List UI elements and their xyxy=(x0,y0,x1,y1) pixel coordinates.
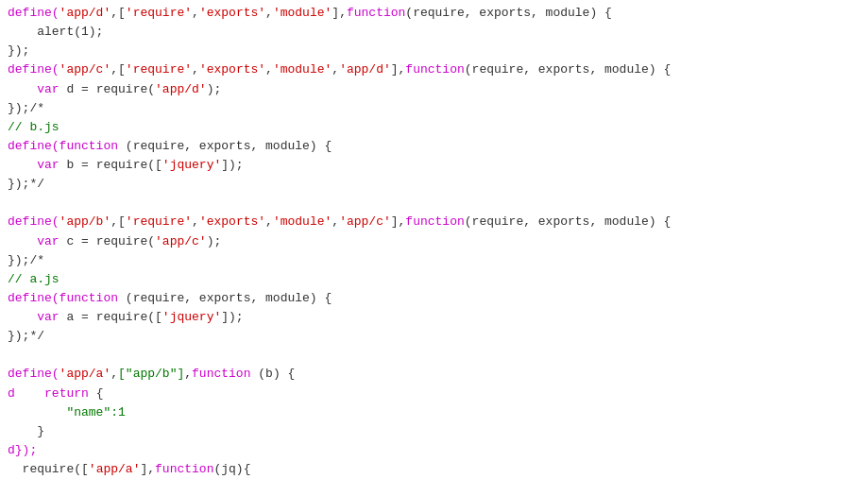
code-line: });/* xyxy=(0,99,868,118)
code-editor: define('app/d',['require','exports','mod… xyxy=(0,0,868,479)
code-line: define(function (require, exports, modul… xyxy=(0,137,868,156)
code-line: });*/ xyxy=(0,327,868,346)
code-line: // a.js xyxy=(0,270,868,289)
code-line: }); xyxy=(0,42,868,60)
code-line xyxy=(0,346,868,365)
code-line: } xyxy=(0,422,868,441)
code-line: var c = require('app/c'); xyxy=(0,232,868,251)
code-line: var b = require(['jquery']); xyxy=(0,156,868,175)
code-line: });*/ xyxy=(0,175,868,194)
code-line: define('app/b',['require','exports','mod… xyxy=(0,213,868,231)
code-line: define(function (require, exports, modul… xyxy=(0,289,868,308)
code-line: "name":1 xyxy=(0,403,868,422)
code-line: var a = require(['jquery']); xyxy=(0,308,868,327)
code-line: alert(1); xyxy=(0,23,868,42)
code-line: // b.js xyxy=(0,118,868,137)
code-line: define('app/c',['require','exports','mod… xyxy=(0,60,868,79)
code-content: define('app/d',['require','exports','mod… xyxy=(0,0,868,479)
code-line: var d = require('app/d'); xyxy=(0,80,868,99)
code-line: define('app/a',["app/b"],function (b) { xyxy=(0,365,868,384)
code-line: });/* xyxy=(0,251,868,270)
code-line: d}); xyxy=(0,441,868,460)
code-line: define('app/d',['require','exports','mod… xyxy=(0,4,868,23)
code-line xyxy=(0,194,868,213)
code-line: require(['app/a'],function(jq){ xyxy=(0,460,868,479)
code-line: d return { xyxy=(0,385,868,403)
